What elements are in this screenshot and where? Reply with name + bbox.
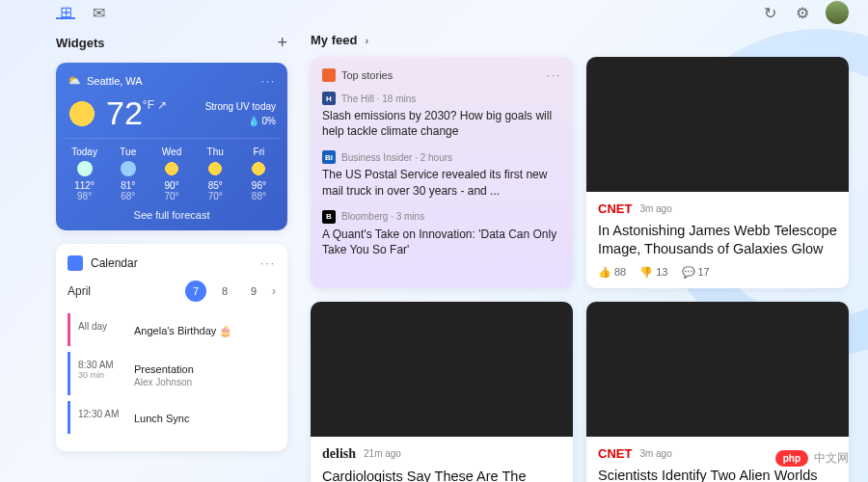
story-item[interactable]: BBloomberg · 3 minsA Quant's Take on Inn… <box>322 210 561 257</box>
calendar-title: Calendar <box>91 256 138 270</box>
calendar-events: All dayAngela's Birthday 🎂8:30 AM30 minP… <box>68 313 276 434</box>
story-item[interactable]: HThe Hill · 18 minsSlash emissions by 20… <box>322 92 561 139</box>
calendar-menu-icon[interactable]: ··· <box>260 256 276 270</box>
forecast-day[interactable]: Today112°98° <box>64 147 105 201</box>
news-image <box>586 57 849 192</box>
calendar-event[interactable]: 12:30 AMLunch Sync <box>68 401 276 434</box>
news-headline: Cardiologists Say These Are The Worst Fo… <box>322 468 561 482</box>
weather-card[interactable]: ⛅ Seattle, WA ··· 72 °F ↗ Strong UV toda… <box>56 63 287 230</box>
news-time: 21m ago <box>364 448 401 459</box>
calendar-event[interactable]: 8:30 AM30 minPresentationAlex Johnson <box>68 352 276 395</box>
news-time: 3m ago <box>639 203 671 214</box>
home-tab-icon[interactable]: ⊞ <box>56 6 75 19</box>
forecast-day[interactable]: Thu85°70° <box>195 147 236 201</box>
dislike-button[interactable]: 👎 13 <box>639 266 667 279</box>
weather-location: Seattle, WA <box>87 75 143 87</box>
news-time: 3m ago <box>639 448 671 459</box>
calendar-day[interactable]: 7 <box>185 281 206 302</box>
sun-icon <box>68 99 96 128</box>
feed-chevron-icon[interactable]: › <box>365 35 368 46</box>
weather-menu-icon[interactable]: ··· <box>261 75 276 87</box>
forecast-day[interactable]: Tue81°68° <box>107 147 149 201</box>
calendar-event[interactable]: All dayAngela's Birthday 🎂 <box>68 313 276 346</box>
news-brand: CNET <box>598 201 632 216</box>
news-card[interactable]: delish21m ago Cardiologists Say These Ar… <box>311 302 573 482</box>
topbar: ⊞ ✉ ↻ ⚙ <box>0 0 868 21</box>
calendar-day[interactable]: 8 <box>214 281 235 302</box>
watermark: php 中文网 <box>775 450 849 467</box>
news-brand: delish <box>322 446 356 462</box>
calendar-day[interactable]: 9 <box>243 281 264 302</box>
weather-temp: 72 <box>106 94 143 132</box>
forecast-day[interactable]: Fri96°88° <box>238 147 280 201</box>
news-card[interactable]: CNET3m ago In Astonishing James Webb Tel… <box>586 57 849 288</box>
calendar-next-icon[interactable]: › <box>272 284 276 298</box>
add-widget-button[interactable]: + <box>277 33 287 53</box>
top-stories-card[interactable]: Top stories ··· HThe Hill · 18 minsSlash… <box>311 57 573 288</box>
forecast-row: Today112°98°Tue81°68°Wed90°70°Thu85°70°F… <box>64 138 280 201</box>
like-button[interactable]: 👍 88 <box>598 266 626 279</box>
top-stories-menu-icon[interactable]: ··· <box>547 69 561 81</box>
settings-icon[interactable]: ⚙ <box>793 6 812 19</box>
widgets-title: Widgets <box>56 36 104 50</box>
news-headline: In Astonishing James Webb Telescope Imag… <box>598 222 837 258</box>
top-stories-icon <box>322 68 336 82</box>
forecast-day[interactable]: Wed90°70° <box>150 147 192 201</box>
mail-tab-icon[interactable]: ✉ <box>89 6 108 19</box>
news-image <box>311 302 573 437</box>
weather-sun-icon: ⛅ <box>68 74 81 87</box>
story-item[interactable]: BIBusiness Insider · 2 hoursThe US Posta… <box>322 150 561 198</box>
comment-button[interactable]: 💬 17 <box>682 266 710 279</box>
calendar-days: 789› <box>185 281 276 302</box>
weather-precip: 💧 0% <box>205 114 276 128</box>
weather-uv: Strong UV today <box>205 99 276 114</box>
calendar-icon <box>68 255 83 271</box>
full-forecast-link[interactable]: See full forecast <box>68 209 276 221</box>
feed-title: My feed <box>311 33 357 47</box>
news-image <box>586 302 849 437</box>
calendar-card[interactable]: Calendar ··· April 789› All dayAngela's … <box>56 244 287 451</box>
news-headline: Scientists Identify Two Alien Worlds Mos… <box>598 467 837 482</box>
news-brand: CNET <box>598 446 632 461</box>
top-stories-label: Top stories <box>341 69 393 81</box>
refresh-icon[interactable]: ↻ <box>760 6 779 19</box>
calendar-month: April <box>68 284 91 298</box>
